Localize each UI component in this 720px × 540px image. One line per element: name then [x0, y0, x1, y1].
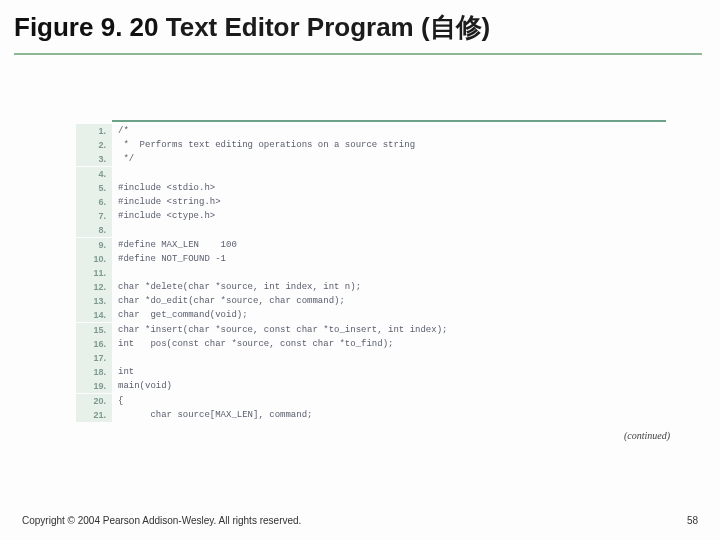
line-number: 15. [76, 323, 112, 337]
line-number: 9. [76, 238, 112, 252]
code-text: /* [112, 124, 666, 138]
line-number: 19. [76, 379, 112, 393]
continued-label: (continued) [624, 430, 670, 441]
line-number: 14. [76, 308, 112, 322]
copyright-footer: Copyright © 2004 Pearson Addison-Wesley.… [22, 515, 301, 526]
code-line: 19.main(void) [76, 379, 666, 393]
code-line: 4. [76, 167, 666, 181]
code-line: 10.#define NOT_FOUND -1 [76, 252, 666, 266]
code-line: 8. [76, 223, 666, 237]
code-line: 9.#define MAX_LEN 100 [76, 238, 666, 252]
code-line: 18.int [76, 365, 666, 379]
slide-title: Figure 9. 20 Text Editor Program (自修) [14, 12, 490, 42]
line-number: 2. [76, 138, 112, 152]
code-text: */ [112, 152, 666, 166]
code-line: 1./* [76, 124, 666, 138]
slide: Figure 9. 20 Text Editor Program (自修) 1.… [0, 0, 720, 540]
code-line: 13.char *do_edit(char *source, char comm… [76, 294, 666, 308]
figure-caption: Text Editor Program (自修) [159, 12, 491, 42]
line-number: 18. [76, 365, 112, 379]
line-number: 11. [76, 266, 112, 280]
line-number: 8. [76, 223, 112, 237]
title-underline [14, 53, 702, 55]
line-number: 3. [76, 152, 112, 166]
line-number: 13. [76, 294, 112, 308]
code-line: 3. */ [76, 152, 666, 166]
code-text: #include <stdio.h> [112, 181, 666, 195]
line-number: 16. [76, 337, 112, 351]
line-number: 17. [76, 351, 112, 365]
page-number: 58 [687, 515, 698, 526]
line-number: 21. [76, 408, 112, 422]
code-line: 17. [76, 351, 666, 365]
line-number: 5. [76, 181, 112, 195]
code-line: 20.{ [76, 394, 666, 408]
code-text: char *delete(char *source, int index, in… [112, 280, 666, 294]
line-number: 7. [76, 209, 112, 223]
code-text: main(void) [112, 379, 666, 393]
code-line: 16.int pos(const char *source, const cha… [76, 337, 666, 351]
code-line: 14.char get_command(void); [76, 308, 666, 322]
line-number: 10. [76, 252, 112, 266]
code-text: char source[MAX_LEN], command; [112, 408, 666, 422]
code-line: 15.char *insert(char *source, const char… [76, 323, 666, 337]
code-block: 1./* 2. * Performs text editing operatio… [76, 120, 666, 422]
code-line: 21. char source[MAX_LEN], command; [76, 408, 666, 422]
line-number: 20. [76, 394, 112, 408]
code-top-border [112, 120, 666, 122]
code-text: #define NOT_FOUND -1 [112, 252, 666, 266]
line-number: 12. [76, 280, 112, 294]
code-text: #include <string.h> [112, 195, 666, 209]
code-text: char *insert(char *source, const char *t… [112, 323, 666, 337]
code-text: int pos(const char *source, const char *… [112, 337, 666, 351]
code-line: 7.#include <ctype.h> [76, 209, 666, 223]
code-text: int [112, 365, 666, 379]
code-text: char get_command(void); [112, 308, 666, 322]
code-line: 6.#include <string.h> [76, 195, 666, 209]
code-line: 11. [76, 266, 666, 280]
code-text: #include <ctype.h> [112, 209, 666, 223]
code-text: * Performs text editing operations on a … [112, 138, 666, 152]
code-line: 12.char *delete(char *source, int index,… [76, 280, 666, 294]
figure-label: Figure 9. 20 [14, 12, 159, 42]
line-number: 4. [76, 167, 112, 181]
title-row: Figure 9. 20 Text Editor Program (自修) [0, 0, 720, 49]
line-number: 6. [76, 195, 112, 209]
code-line: 5.#include <stdio.h> [76, 181, 666, 195]
code-text: char *do_edit(char *source, char command… [112, 294, 666, 308]
code-text: { [112, 394, 666, 408]
code-text: #define MAX_LEN 100 [112, 238, 666, 252]
code-line: 2. * Performs text editing operations on… [76, 138, 666, 152]
line-number: 1. [76, 124, 112, 138]
